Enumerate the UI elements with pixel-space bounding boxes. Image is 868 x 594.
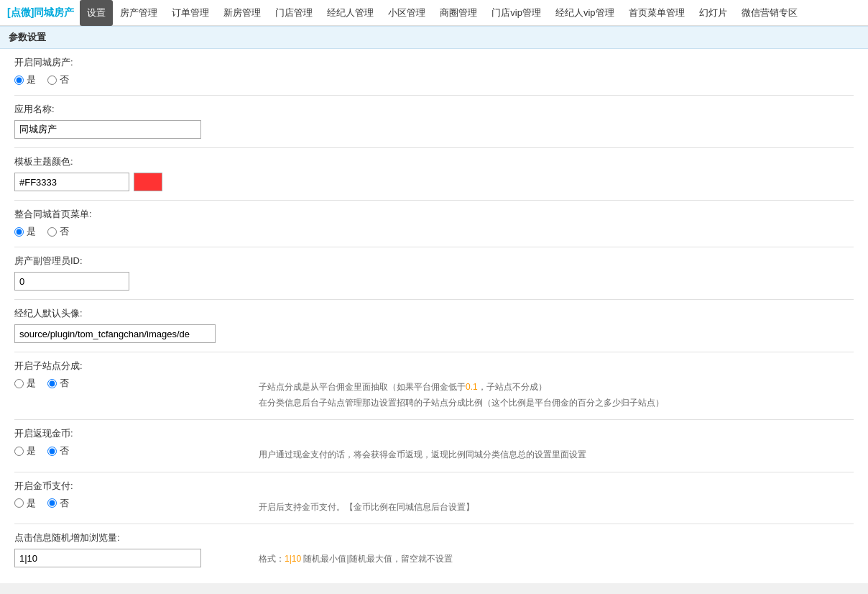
coin-yes-radio[interactable] <box>14 498 24 508</box>
divider-6 <box>14 352 854 352</box>
divider-4 <box>14 247 854 247</box>
admin-id-input[interactable] <box>14 272 129 291</box>
menu-no-label: 否 <box>60 225 69 238</box>
subsite-hint-line1: 子站点分成是从平台佣金里面抽取（如果平台佣金低于0.1，子站点不分成） <box>259 380 664 396</box>
view-count-hint: 格式：1|10 随机最小值|随机最大值，留空就不设置 <box>259 549 453 567</box>
subsite-left: 是 否 <box>14 377 244 390</box>
avatar-input[interactable] <box>14 324 216 343</box>
view-count-label: 点击信息随机增加浏览量: <box>14 531 854 544</box>
coin-row-with-hint: 是 否 开启后支持金币支付。【金币比例在同城信息后台设置】 <box>14 497 854 516</box>
nav-item-store-vip[interactable]: 门店vip管理 <box>484 0 548 26</box>
top-nav: [点微]同城房产 设置 房产管理 订单管理 新房管理 门店管理 经纪人管理 小区… <box>0 0 868 26</box>
nav-item-community-mgmt[interactable]: 小区管理 <box>381 0 433 26</box>
cashback-label: 开启返现金币: <box>14 427 854 440</box>
cashback-yes-radio[interactable] <box>14 447 24 456</box>
theme-color-input[interactable] <box>14 173 129 191</box>
menu-integrate-row: 整合同城首页菜单: 是 否 <box>14 208 854 238</box>
divider-1 <box>14 95 854 96</box>
nav-item-wechat-marketing[interactable]: 微信营销专区 <box>734 0 805 26</box>
cashback-left: 是 否 <box>14 444 244 457</box>
nav-item-agent-vip[interactable]: 经纪人vip管理 <box>548 0 622 26</box>
coin-yes-option[interactable]: 是 <box>14 497 36 510</box>
section-header: 参数设置 <box>0 26 868 49</box>
avatar-row: 经纪人默认头像: <box>14 307 854 343</box>
app-name-row: 应用名称: <box>14 103 854 139</box>
cashback-yes-label: 是 <box>27 444 36 457</box>
menu-no-radio[interactable] <box>47 227 57 237</box>
enable-property-radio-group: 是 否 <box>14 73 854 86</box>
divider-3 <box>14 200 854 201</box>
theme-color-input-group <box>14 173 854 191</box>
enable-no-radio[interactable] <box>47 76 57 85</box>
nav-item-business-district[interactable]: 商圈管理 <box>433 0 484 26</box>
view-count-input[interactable] <box>14 549 201 567</box>
subsite-row: 开启子站点分成: 是 否 子站点分成是从平台佣金 <box>14 360 854 411</box>
theme-color-label: 模板主题颜色: <box>14 155 854 168</box>
nav-item-agent-mgmt[interactable]: 经纪人管理 <box>320 0 381 26</box>
admin-id-row: 房产副管理员ID: <box>14 255 854 291</box>
divider-9 <box>14 524 854 524</box>
app-name-label: 应用名称: <box>14 103 854 116</box>
nav-item-slideshow[interactable]: 幻灯片 <box>692 0 734 26</box>
menu-no-option[interactable]: 否 <box>47 225 69 238</box>
enable-no-option[interactable]: 否 <box>47 73 69 86</box>
subsite-no-option[interactable]: 否 <box>47 377 69 390</box>
nav-item-property-mgmt[interactable]: 房产管理 <box>113 0 165 26</box>
divider-5 <box>14 299 854 300</box>
cashback-no-option[interactable]: 否 <box>47 444 69 457</box>
form-area: 开启同城房产: 是 否 应用名称: 模板主题颜色: <box>0 49 868 583</box>
coin-label: 开启金币支付: <box>14 480 854 493</box>
divider-7 <box>14 419 854 420</box>
enable-yes-label: 是 <box>27 73 36 86</box>
avatar-label: 经纪人默认头像: <box>14 307 854 320</box>
subsite-hint-highlight: 0.1 <box>466 382 478 392</box>
brand-logo[interactable]: [点微]同城房产 <box>7 6 74 19</box>
cashback-no-label: 否 <box>60 444 69 457</box>
subsite-yes-label: 是 <box>27 377 36 390</box>
admin-id-label: 房产副管理员ID: <box>14 255 854 268</box>
content-area: 参数设置 开启同城房产: 是 否 应用名称: <box>0 26 868 583</box>
subsite-yes-option[interactable]: 是 <box>14 377 36 390</box>
divider-8 <box>14 472 854 472</box>
view-hint-highlight: 1|10 <box>285 554 301 564</box>
nav-item-settings[interactable]: 设置 <box>80 0 113 26</box>
menu-yes-option[interactable]: 是 <box>14 225 36 238</box>
cashback-row-with-hint: 是 否 用户通过现金支付的话，将会获得金币返现，返现比例同城分类信息总的设置里面… <box>14 444 854 463</box>
cashback-no-radio[interactable] <box>47 447 57 456</box>
coin-radio-group: 是 否 <box>14 497 244 510</box>
cashback-hint: 用户通过现金支付的话，将会获得金币返现，返现比例同城分类信息总的设置里面设置 <box>259 444 586 463</box>
subsite-hint-line2: 在分类信息后台子站点管理那边设置招聘的子站点分成比例（这个比例是平台佣金的百分之… <box>259 396 664 411</box>
coin-no-radio[interactable] <box>47 498 57 508</box>
nav-item-menu-mgmt[interactable]: 首页菜单管理 <box>622 0 692 26</box>
coin-yes-label: 是 <box>27 497 36 510</box>
color-swatch[interactable] <box>134 173 162 191</box>
enable-property-label: 开启同城房产: <box>14 56 854 69</box>
app-name-input[interactable] <box>14 120 201 139</box>
subsite-row-with-hint: 是 否 子站点分成是从平台佣金里面抽取（如果平台佣金低于0.1，子站点不分成） … <box>14 377 854 411</box>
nav-item-order-mgmt[interactable]: 订单管理 <box>165 0 216 26</box>
cashback-yes-option[interactable]: 是 <box>14 444 36 457</box>
coin-row: 开启金币支付: 是 否 开启后支持金币支付。【金币比例在同城信息后台设 <box>14 480 854 516</box>
menu-yes-radio[interactable] <box>14 227 24 237</box>
cashback-radio-group: 是 否 <box>14 444 244 457</box>
subsite-yes-radio[interactable] <box>14 379 24 388</box>
enable-yes-radio[interactable] <box>14 76 24 85</box>
cashback-row: 开启返现金币: 是 否 用户通过现金支付的话，将会获得金币返现，返现比 <box>14 427 854 463</box>
menu-integrate-radio-group: 是 否 <box>14 225 854 238</box>
menu-yes-label: 是 <box>27 225 36 238</box>
theme-color-row: 模板主题颜色: <box>14 155 854 191</box>
nav-item-store-mgmt[interactable]: 门店管理 <box>268 0 320 26</box>
subsite-radio-group: 是 否 <box>14 377 244 390</box>
section-title: 参数设置 <box>9 32 46 42</box>
menu-integrate-label: 整合同城首页菜单: <box>14 208 854 221</box>
enable-yes-option[interactable]: 是 <box>14 73 36 86</box>
coin-left: 是 否 <box>14 497 244 510</box>
coin-no-label: 否 <box>60 497 69 510</box>
enable-no-label: 否 <box>60 73 69 86</box>
subsite-hint: 子站点分成是从平台佣金里面抽取（如果平台佣金低于0.1，子站点不分成） 在分类信… <box>259 377 664 411</box>
divider-2 <box>14 147 854 148</box>
subsite-no-radio[interactable] <box>47 379 57 388</box>
enable-property-row: 开启同城房产: 是 否 <box>14 56 854 86</box>
nav-item-new-house[interactable]: 新房管理 <box>216 0 268 26</box>
coin-no-option[interactable]: 否 <box>47 497 69 510</box>
